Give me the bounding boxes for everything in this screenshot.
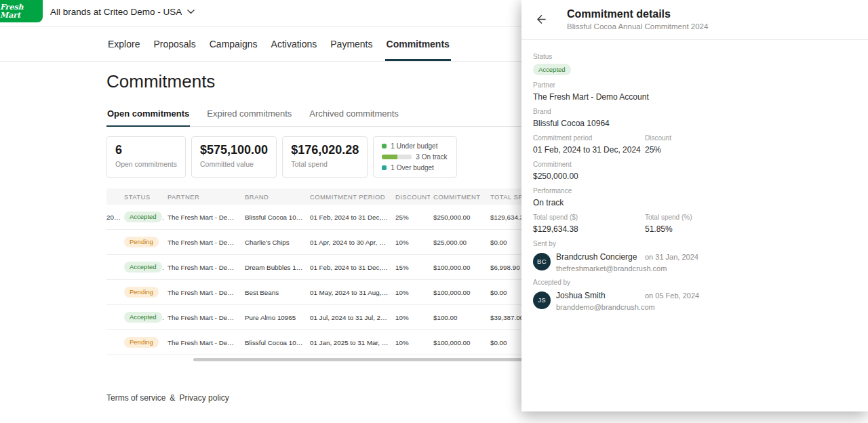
field-status: Status Accepted (533, 53, 854, 75)
total-spend-amount-label: Total spend ($) (533, 214, 645, 221)
status-cell: Pending (121, 337, 164, 348)
commitment-name-fragment: 2024 (106, 214, 121, 221)
accepted-by-email: branddemo@brandcrush.com (556, 303, 854, 311)
chevron-down-icon (187, 9, 195, 14)
drawer-body: Status Accepted Partner The Fresh Mart -… (521, 40, 868, 317)
accepted-by-date: on 05 Feb, 2024 (645, 291, 699, 300)
partner-cell: The Fresh Mart - Demo Account (164, 339, 241, 346)
nav-item-commitments[interactable]: Commitments (385, 27, 451, 61)
commitment-cell: $100,000.00 (430, 264, 487, 271)
field-row-total-spend: Total spend ($) $129,634.38 Total spend … (533, 214, 854, 240)
commitment-cell: $250,000.00 (430, 214, 487, 221)
col-partner: Partner (164, 193, 241, 201)
brand-cell: Blissful Cocoa 10964 (241, 339, 307, 346)
nav-item-payments[interactable]: Payments (329, 27, 374, 61)
commitment-label: Commitment (533, 161, 854, 168)
sent-by-name: Brandcrush Concierge (556, 252, 854, 262)
brand-selector-label: All brands at Criteo Demo - USA (50, 7, 182, 17)
col-period: Commitment period (307, 193, 392, 201)
accepted-by-person: JS Joshua Smith branddemo@brandcrush.com… (533, 291, 854, 311)
performance-label: Performance (533, 187, 854, 195)
partner-cell: The Fresh Mart - Demo Account (164, 289, 241, 296)
over-budget-text: 1Over budget (391, 164, 434, 172)
commitment-period-value: 01 Feb, 2024 to 31 Dec, 2024 (533, 145, 645, 155)
terms-of-service-link[interactable]: Terms of service (106, 393, 165, 403)
status-badge: Pending (124, 337, 159, 348)
total-spend-pct-value: 51.85% (645, 224, 854, 234)
total-spend-label: Total spend (291, 160, 359, 168)
budget-row-on-track: 3On track (382, 153, 448, 161)
nav-item-proposals[interactable]: Proposals (152, 27, 197, 61)
committed-value-label: Committed value (200, 160, 268, 168)
commitment-period-label: Commitment period (533, 134, 645, 142)
nav-item-activations[interactable]: Activations (270, 27, 319, 61)
field-commitment-period: Commitment period 01 Feb, 2024 to 31 Dec… (533, 134, 645, 155)
status-label: Status (533, 53, 854, 60)
on-track-progress-icon (382, 155, 412, 159)
partner-cell: The Fresh Mart - Demo Account (164, 239, 241, 246)
discount-label: Discount (645, 134, 854, 142)
tab-open-commitments[interactable]: Open commitments (106, 104, 190, 127)
period-cell: 01 Apr, 2024 to 30 Apr, 2024 (307, 239, 392, 246)
col-brand: Brand (241, 193, 307, 201)
status-badge: Accepted (124, 212, 162, 223)
summary-card-total-spend: $176,020.28 Total spend (282, 136, 368, 178)
arrow-left-icon (535, 13, 548, 26)
drawer-subtitle: Blissful Cocoa Annual Commitment 2024 (567, 22, 708, 31)
committed-value-amount: $575,100.00 (200, 143, 268, 157)
partner-cell: The Fresh Mart - Demo Account (164, 314, 241, 321)
scrollbar-thumb[interactable] (193, 358, 536, 361)
brand-cell: Dream Bubbles 10966 (241, 264, 307, 271)
col-status: Status (121, 193, 164, 201)
brand-cell: Charlie's Chips (241, 239, 307, 246)
period-cell: 01 Feb, 2024 to 31 Dec, 2024 (307, 214, 392, 221)
sent-by-avatar: BC (533, 253, 551, 270)
commitment-cell: $100,000.00 (430, 289, 487, 296)
drawer-titles: Commitment details Blissful Cocoa Annual… (567, 8, 708, 31)
under-budget-text: 1Under budget (391, 142, 437, 150)
fresh-mart-logo: Fresh Mart (0, 0, 43, 22)
status-badge: Pending (124, 287, 159, 298)
commitment-cell: $25,000.00 (430, 239, 487, 246)
status-cell: Accepted (121, 262, 164, 273)
status-cell: Accepted (121, 312, 164, 323)
brand-cell: Blissful Cocoa 10964 (241, 214, 307, 221)
brand-cell: Pure Almo 10965 (241, 314, 307, 321)
field-commitment: Commitment $250,000.00 (533, 161, 854, 181)
budget-row-under: 1Under budget (382, 142, 448, 150)
performance-value: On track (533, 198, 854, 207)
status-badge: Accepted (124, 262, 162, 273)
sent-by-email: thefreshmarket@brandcrush.com (556, 264, 854, 273)
sent-by-label: Sent by (533, 240, 854, 247)
total-spend-amount: $176,020.28 (291, 143, 359, 157)
on-track-text: 3On track (416, 153, 447, 161)
on-track-count: 3 (416, 153, 420, 161)
privacy-policy-link[interactable]: Privacy policy (179, 393, 229, 403)
field-accepted-by: Accepted by JS Joshua Smith branddemo@br… (533, 279, 854, 311)
tab-archived-commitments[interactable]: Archived commitments (309, 104, 399, 127)
on-track-label: On track (422, 153, 448, 161)
nav-item-campaigns[interactable]: Campaigns (208, 27, 259, 61)
over-budget-label: Over budget (397, 164, 434, 172)
brand-selector[interactable]: All brands at Criteo Demo - USA (50, 7, 195, 17)
nav-item-explore[interactable]: Explore (106, 27, 141, 61)
brand-value: Blissful Cocoa 10964 (533, 119, 854, 128)
discount-value: 25% (645, 145, 854, 155)
period-cell: 01 Jul, 2024 to 31 Jul, 2024 (307, 314, 392, 321)
status-cell: Pending (121, 237, 164, 248)
discount-cell: 10% (392, 339, 430, 346)
period-cell: 01 Feb, 2024 to 31 Dec, 2024 (307, 264, 392, 271)
under-budget-indicator-icon (382, 144, 387, 148)
open-commitments-label: Open commitments (115, 160, 177, 168)
budget-row-over: 1Over budget (382, 164, 448, 172)
period-cell: 01 May, 2024 to 31 Aug, 2024 (307, 289, 392, 296)
partner-label: Partner (533, 81, 854, 89)
accepted-by-name: Joshua Smith (556, 291, 854, 300)
sent-by-person: BC Brandcrush Concierge thefreshmarket@b… (533, 252, 854, 273)
commitment-details-drawer: Commitment details Blissful Cocoa Annual… (521, 0, 868, 411)
back-button[interactable] (530, 7, 553, 31)
under-budget-count: 1 (391, 142, 395, 150)
tab-expired-commitments[interactable]: Expired commitments (206, 104, 292, 127)
accepted-by-label: Accepted by (533, 279, 854, 286)
logo-title: Fresh Mart (0, 3, 43, 20)
